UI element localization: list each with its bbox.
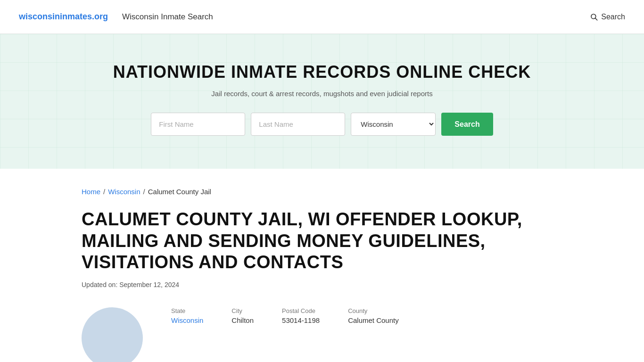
- county-value: Calumet County: [348, 316, 399, 324]
- breadcrumb-current: Calumet County Jail: [148, 188, 211, 196]
- breadcrumb: Home / Wisconsin / Calumet County Jail: [82, 188, 562, 196]
- last-name-input[interactable]: [251, 113, 345, 136]
- breadcrumb-home[interactable]: Home: [82, 188, 100, 196]
- navbar: wisconsininmates.org Wisconsin Inmate Se…: [0, 0, 644, 34]
- search-icon: [590, 13, 598, 21]
- hero-section: NATIONWIDE INMATE RECORDS ONLINE CHECK J…: [0, 34, 644, 169]
- breadcrumb-sep-2: /: [143, 188, 145, 196]
- breadcrumb-state[interactable]: Wisconsin: [108, 188, 140, 196]
- county-label: County: [348, 307, 399, 314]
- page-title: CALUMET COUNTY JAIL, WI OFFENDER LOOKUP,…: [82, 209, 562, 273]
- postal-label: Postal Code: [282, 307, 320, 314]
- state-select[interactable]: AlabamaAlaskaArizonaArkansasCaliforniaCo…: [351, 113, 436, 136]
- main-content: Home / Wisconsin / Calumet County Jail C…: [63, 169, 581, 362]
- postal-value: 53014-1198: [282, 316, 320, 324]
- county-field: County Calumet County: [348, 307, 399, 324]
- state-field: State Wisconsin: [171, 307, 203, 324]
- city-field: City Chilton: [231, 307, 254, 324]
- avatar: [82, 307, 143, 362]
- city-value: Chilton: [231, 316, 254, 324]
- state-value-link[interactable]: Wisconsin: [171, 316, 203, 324]
- search-button[interactable]: Search: [441, 113, 493, 136]
- search-nav-label: Search: [601, 13, 625, 21]
- hero-heading: NATIONWIDE INMATE RECORDS ONLINE CHECK: [9, 62, 635, 82]
- info-fields: State Wisconsin City Chilton Postal Code…: [171, 307, 399, 324]
- breadcrumb-sep-1: /: [103, 188, 105, 196]
- search-form: AlabamaAlaskaArizonaArkansasCaliforniaCo…: [9, 113, 635, 136]
- updated-on: Updated on: September 12, 2024: [82, 281, 562, 288]
- postal-field: Postal Code 53014-1198: [282, 307, 320, 324]
- first-name-input[interactable]: [151, 113, 245, 136]
- search-nav-button[interactable]: Search: [590, 13, 625, 21]
- info-row: State Wisconsin City Chilton Postal Code…: [82, 307, 562, 362]
- state-label: State: [171, 307, 203, 314]
- site-logo[interactable]: wisconsininmates.org: [19, 12, 108, 22]
- hero-subtext: Jail records, court & arrest records, mu…: [9, 90, 635, 98]
- city-label: City: [231, 307, 254, 314]
- svg-line-1: [595, 18, 597, 20]
- nav-title: Wisconsin Inmate Search: [122, 12, 590, 22]
